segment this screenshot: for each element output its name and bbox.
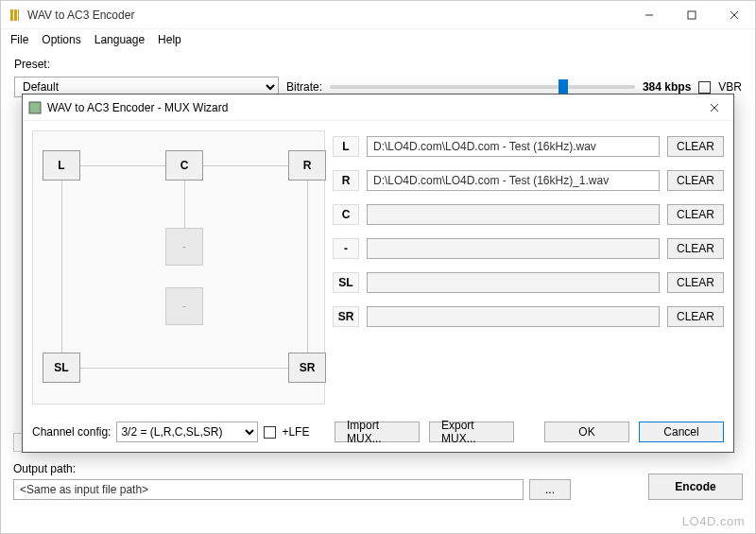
lfe-checkbox[interactable] bbox=[264, 426, 276, 439]
channel-input-R[interactable]: D:\LO4D.com\LO4D.com - Test (16kHz)_1.wa… bbox=[367, 170, 660, 191]
channel-row-C: C CLEAR bbox=[333, 202, 724, 227]
svg-rect-7 bbox=[29, 102, 41, 113]
channel-label: R bbox=[333, 170, 359, 191]
ok-button[interactable]: OK bbox=[544, 422, 629, 442]
dialog-close-button[interactable] bbox=[696, 95, 733, 121]
channel-label: L bbox=[333, 136, 359, 157]
output-path-field[interactable]: <Same as input file path> bbox=[13, 479, 524, 500]
menu-file[interactable]: File bbox=[5, 31, 34, 48]
dialog-titlebar: WAV to AC3 Encoder - MUX Wizard bbox=[23, 95, 733, 121]
bitrate-label: Bitrate: bbox=[286, 80, 322, 94]
window-title: WAV to AC3 Encoder bbox=[27, 9, 627, 22]
bitrate-value: 384 kbps bbox=[643, 80, 691, 94]
svg-rect-0 bbox=[10, 9, 13, 21]
dialog-footer: Channel config: 3/2 = (L,R,C,SL,SR) +LFE… bbox=[23, 414, 733, 452]
titlebar: WAV to AC3 Encoder bbox=[1, 1, 755, 29]
app-logo-icon bbox=[9, 9, 22, 22]
cancel-button[interactable]: Cancel bbox=[639, 422, 724, 442]
channel-row-SL: SL CLEAR bbox=[333, 270, 724, 295]
minimize-button[interactable] bbox=[627, 1, 670, 29]
svg-rect-4 bbox=[688, 11, 696, 19]
channel-label: C bbox=[333, 204, 359, 225]
menu-help[interactable]: Help bbox=[152, 31, 187, 48]
dialog-title: WAV to AC3 Encoder - MUX Wizard bbox=[47, 101, 696, 114]
output-area: Output path: <Same as input file path> .… bbox=[13, 462, 743, 500]
lfe-label: +LFE bbox=[282, 425, 309, 439]
preset-label: Preset: bbox=[14, 58, 50, 71]
channel-row-SR: SR CLEAR bbox=[333, 304, 724, 329]
output-label: Output path: bbox=[13, 462, 743, 475]
svg-rect-1 bbox=[14, 9, 17, 21]
vbr-checkbox[interactable] bbox=[698, 81, 711, 94]
clear-button-SR[interactable]: CLEAR bbox=[667, 306, 724, 327]
channel-label: SL bbox=[333, 272, 359, 293]
menubar: File Options Language Help bbox=[1, 29, 755, 50]
speaker-SR[interactable]: SR bbox=[288, 353, 326, 383]
clear-button-LFE[interactable]: CLEAR bbox=[667, 238, 724, 259]
maximize-button[interactable] bbox=[670, 1, 713, 29]
speaker-R[interactable]: R bbox=[288, 150, 326, 181]
mux-wizard-dialog: WAV to AC3 Encoder - MUX Wizard L C R - … bbox=[22, 94, 734, 453]
channel-config-label: Channel config: bbox=[32, 425, 111, 439]
speaker-C[interactable]: C bbox=[165, 150, 203, 181]
channel-row-L: L D:\LO4D.com\LO4D.com - Test (16kHz).wa… bbox=[333, 134, 724, 159]
close-button[interactable] bbox=[713, 1, 755, 29]
speaker-L[interactable]: L bbox=[43, 150, 80, 181]
channel-input-L[interactable]: D:\LO4D.com\LO4D.com - Test (16kHz).wav bbox=[367, 136, 660, 157]
channel-label: SR bbox=[333, 306, 359, 327]
channel-label: - bbox=[333, 238, 359, 259]
channel-row-R: R D:\LO4D.com\LO4D.com - Test (16kHz)_1.… bbox=[333, 168, 724, 193]
speaker-SL[interactable]: SL bbox=[43, 353, 80, 383]
svg-rect-2 bbox=[18, 9, 19, 21]
menu-language[interactable]: Language bbox=[89, 31, 150, 48]
speaker-layout-panel: L C R - - SL SR bbox=[32, 130, 325, 405]
clear-button-L[interactable]: CLEAR bbox=[667, 136, 724, 157]
window-controls bbox=[627, 1, 755, 29]
channel-row-LFE: - CLEAR bbox=[333, 236, 724, 261]
channel-input-SR[interactable] bbox=[367, 306, 660, 327]
encode-button[interactable]: Encode bbox=[648, 474, 743, 500]
browse-button[interactable]: ... bbox=[529, 479, 571, 500]
clear-button-R[interactable]: CLEAR bbox=[667, 170, 724, 191]
menu-options[interactable]: Options bbox=[36, 31, 86, 48]
clear-button-SL[interactable]: CLEAR bbox=[667, 272, 724, 293]
clear-button-C[interactable]: CLEAR bbox=[667, 204, 724, 225]
channel-assignment-panel: L D:\LO4D.com\LO4D.com - Test (16kHz).wa… bbox=[333, 130, 724, 405]
dialog-icon bbox=[28, 101, 42, 114]
vbr-label: VBR bbox=[718, 80, 742, 94]
channel-input-SL[interactable] bbox=[367, 272, 660, 293]
export-mux-button[interactable]: Export MUX... bbox=[429, 422, 514, 442]
speaker-mid-2[interactable]: - bbox=[165, 287, 203, 325]
channel-input-C[interactable] bbox=[367, 204, 660, 225]
channel-config-select[interactable]: 3/2 = (L,R,C,SL,SR) bbox=[116, 422, 258, 442]
speaker-mid-1[interactable]: - bbox=[165, 228, 203, 266]
import-mux-button[interactable]: Import MUX... bbox=[335, 422, 420, 442]
channel-input-LFE[interactable] bbox=[367, 238, 660, 259]
bitrate-slider-thumb[interactable] bbox=[558, 79, 568, 95]
bitrate-slider[interactable] bbox=[330, 85, 635, 89]
watermark: LO4D.com bbox=[682, 514, 745, 528]
